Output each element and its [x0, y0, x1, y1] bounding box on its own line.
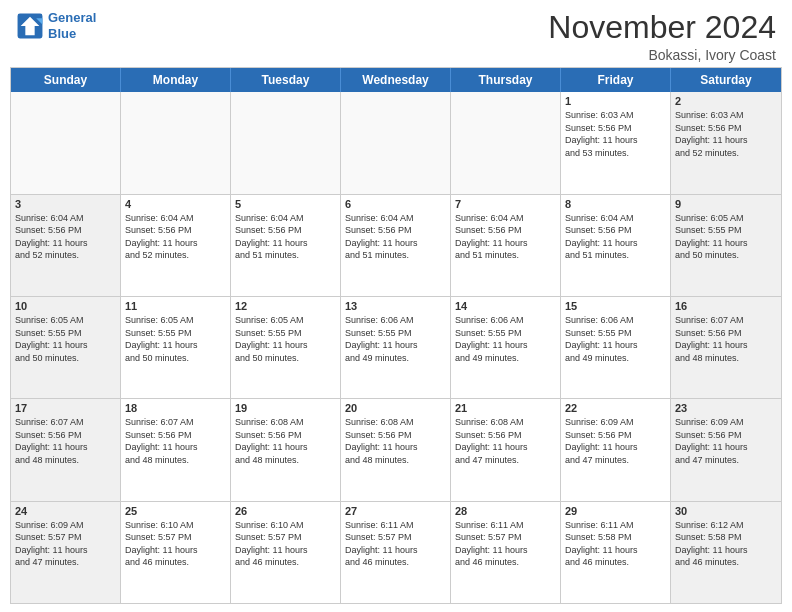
day-number: 26 — [235, 505, 336, 517]
calendar: SundayMondayTuesdayWednesdayThursdayFrid… — [10, 67, 782, 604]
day-number: 22 — [565, 402, 666, 414]
calendar-cell-day: 10Sunrise: 6:05 AM Sunset: 5:55 PM Dayli… — [11, 297, 121, 398]
calendar-cell-day: 21Sunrise: 6:08 AM Sunset: 5:56 PM Dayli… — [451, 399, 561, 500]
day-number: 13 — [345, 300, 446, 312]
calendar-cell-day: 20Sunrise: 6:08 AM Sunset: 5:56 PM Dayli… — [341, 399, 451, 500]
day-info: Sunrise: 6:05 AM Sunset: 5:55 PM Dayligh… — [675, 212, 777, 262]
day-number: 1 — [565, 95, 666, 107]
calendar-cell-day: 24Sunrise: 6:09 AM Sunset: 5:57 PM Dayli… — [11, 502, 121, 603]
day-info: Sunrise: 6:05 AM Sunset: 5:55 PM Dayligh… — [125, 314, 226, 364]
calendar-header-day: Sunday — [11, 68, 121, 92]
calendar-cell-day: 19Sunrise: 6:08 AM Sunset: 5:56 PM Dayli… — [231, 399, 341, 500]
day-number: 6 — [345, 198, 446, 210]
calendar-cell-day: 8Sunrise: 6:04 AM Sunset: 5:56 PM Daylig… — [561, 195, 671, 296]
day-number: 18 — [125, 402, 226, 414]
calendar-cell-day: 26Sunrise: 6:10 AM Sunset: 5:57 PM Dayli… — [231, 502, 341, 603]
day-info: Sunrise: 6:08 AM Sunset: 5:56 PM Dayligh… — [345, 416, 446, 466]
day-number: 24 — [15, 505, 116, 517]
day-info: Sunrise: 6:06 AM Sunset: 5:55 PM Dayligh… — [345, 314, 446, 364]
calendar-week-row: 24Sunrise: 6:09 AM Sunset: 5:57 PM Dayli… — [11, 501, 781, 603]
calendar-cell-day: 5Sunrise: 6:04 AM Sunset: 5:56 PM Daylig… — [231, 195, 341, 296]
day-number: 16 — [675, 300, 777, 312]
day-info: Sunrise: 6:04 AM Sunset: 5:56 PM Dayligh… — [235, 212, 336, 262]
calendar-week-row: 3Sunrise: 6:04 AM Sunset: 5:56 PM Daylig… — [11, 194, 781, 296]
calendar-cell-day: 29Sunrise: 6:11 AM Sunset: 5:58 PM Dayli… — [561, 502, 671, 603]
calendar-cell-day: 6Sunrise: 6:04 AM Sunset: 5:56 PM Daylig… — [341, 195, 451, 296]
calendar-cell-day: 25Sunrise: 6:10 AM Sunset: 5:57 PM Dayli… — [121, 502, 231, 603]
day-info: Sunrise: 6:11 AM Sunset: 5:57 PM Dayligh… — [345, 519, 446, 569]
calendar-cell-day: 12Sunrise: 6:05 AM Sunset: 5:55 PM Dayli… — [231, 297, 341, 398]
calendar-cell-day: 18Sunrise: 6:07 AM Sunset: 5:56 PM Dayli… — [121, 399, 231, 500]
calendar-cell-day: 16Sunrise: 6:07 AM Sunset: 5:56 PM Dayli… — [671, 297, 781, 398]
day-number: 8 — [565, 198, 666, 210]
calendar-cell-day: 11Sunrise: 6:05 AM Sunset: 5:55 PM Dayli… — [121, 297, 231, 398]
day-info: Sunrise: 6:03 AM Sunset: 5:56 PM Dayligh… — [675, 109, 777, 159]
calendar-body: 1Sunrise: 6:03 AM Sunset: 5:56 PM Daylig… — [11, 92, 781, 603]
day-info: Sunrise: 6:04 AM Sunset: 5:56 PM Dayligh… — [345, 212, 446, 262]
calendar-cell-day: 4Sunrise: 6:04 AM Sunset: 5:56 PM Daylig… — [121, 195, 231, 296]
day-info: Sunrise: 6:04 AM Sunset: 5:56 PM Dayligh… — [455, 212, 556, 262]
day-info: Sunrise: 6:10 AM Sunset: 5:57 PM Dayligh… — [125, 519, 226, 569]
day-number: 15 — [565, 300, 666, 312]
day-info: Sunrise: 6:05 AM Sunset: 5:55 PM Dayligh… — [235, 314, 336, 364]
day-number: 20 — [345, 402, 446, 414]
calendar-week-row: 1Sunrise: 6:03 AM Sunset: 5:56 PM Daylig… — [11, 92, 781, 193]
day-number: 3 — [15, 198, 116, 210]
day-number: 23 — [675, 402, 777, 414]
day-number: 27 — [345, 505, 446, 517]
day-info: Sunrise: 6:09 AM Sunset: 5:57 PM Dayligh… — [15, 519, 116, 569]
calendar-cell-empty — [11, 92, 121, 193]
day-number: 17 — [15, 402, 116, 414]
day-info: Sunrise: 6:03 AM Sunset: 5:56 PM Dayligh… — [565, 109, 666, 159]
day-info: Sunrise: 6:06 AM Sunset: 5:55 PM Dayligh… — [455, 314, 556, 364]
calendar-cell-day: 7Sunrise: 6:04 AM Sunset: 5:56 PM Daylig… — [451, 195, 561, 296]
day-number: 28 — [455, 505, 556, 517]
calendar-cell-day: 2Sunrise: 6:03 AM Sunset: 5:56 PM Daylig… — [671, 92, 781, 193]
logo-icon — [16, 12, 44, 40]
day-number: 19 — [235, 402, 336, 414]
day-info: Sunrise: 6:05 AM Sunset: 5:55 PM Dayligh… — [15, 314, 116, 364]
day-number: 25 — [125, 505, 226, 517]
calendar-header-day: Thursday — [451, 68, 561, 92]
calendar-header-day: Tuesday — [231, 68, 341, 92]
calendar-cell-day: 3Sunrise: 6:04 AM Sunset: 5:56 PM Daylig… — [11, 195, 121, 296]
calendar-cell-day: 23Sunrise: 6:09 AM Sunset: 5:56 PM Dayli… — [671, 399, 781, 500]
day-info: Sunrise: 6:04 AM Sunset: 5:56 PM Dayligh… — [15, 212, 116, 262]
calendar-cell-empty — [231, 92, 341, 193]
day-number: 10 — [15, 300, 116, 312]
day-number: 4 — [125, 198, 226, 210]
calendar-cell-empty — [341, 92, 451, 193]
calendar-week-row: 17Sunrise: 6:07 AM Sunset: 5:56 PM Dayli… — [11, 398, 781, 500]
day-number: 7 — [455, 198, 556, 210]
calendar-cell-day: 1Sunrise: 6:03 AM Sunset: 5:56 PM Daylig… — [561, 92, 671, 193]
day-info: Sunrise: 6:10 AM Sunset: 5:57 PM Dayligh… — [235, 519, 336, 569]
calendar-header-day: Wednesday — [341, 68, 451, 92]
day-info: Sunrise: 6:12 AM Sunset: 5:58 PM Dayligh… — [675, 519, 777, 569]
calendar-header-day: Monday — [121, 68, 231, 92]
calendar-cell-day: 17Sunrise: 6:07 AM Sunset: 5:56 PM Dayli… — [11, 399, 121, 500]
day-info: Sunrise: 6:11 AM Sunset: 5:57 PM Dayligh… — [455, 519, 556, 569]
day-info: Sunrise: 6:07 AM Sunset: 5:56 PM Dayligh… — [15, 416, 116, 466]
calendar-cell-day: 14Sunrise: 6:06 AM Sunset: 5:55 PM Dayli… — [451, 297, 561, 398]
day-info: Sunrise: 6:09 AM Sunset: 5:56 PM Dayligh… — [565, 416, 666, 466]
calendar-cell-day: 30Sunrise: 6:12 AM Sunset: 5:58 PM Dayli… — [671, 502, 781, 603]
day-info: Sunrise: 6:08 AM Sunset: 5:56 PM Dayligh… — [455, 416, 556, 466]
calendar-cell-day: 15Sunrise: 6:06 AM Sunset: 5:55 PM Dayli… — [561, 297, 671, 398]
day-info: Sunrise: 6:04 AM Sunset: 5:56 PM Dayligh… — [565, 212, 666, 262]
calendar-week-row: 10Sunrise: 6:05 AM Sunset: 5:55 PM Dayli… — [11, 296, 781, 398]
day-number: 29 — [565, 505, 666, 517]
calendar-cell-empty — [451, 92, 561, 193]
day-number: 5 — [235, 198, 336, 210]
day-info: Sunrise: 6:07 AM Sunset: 5:56 PM Dayligh… — [675, 314, 777, 364]
day-info: Sunrise: 6:04 AM Sunset: 5:56 PM Dayligh… — [125, 212, 226, 262]
location-title: Bokassi, Ivory Coast — [548, 47, 776, 63]
month-title: November 2024 — [548, 10, 776, 45]
day-number: 21 — [455, 402, 556, 414]
calendar-cell-empty — [121, 92, 231, 193]
day-number: 30 — [675, 505, 777, 517]
day-info: Sunrise: 6:11 AM Sunset: 5:58 PM Dayligh… — [565, 519, 666, 569]
day-number: 11 — [125, 300, 226, 312]
calendar-cell-day: 28Sunrise: 6:11 AM Sunset: 5:57 PM Dayli… — [451, 502, 561, 603]
calendar-header-day: Saturday — [671, 68, 781, 92]
calendar-cell-day: 9Sunrise: 6:05 AM Sunset: 5:55 PM Daylig… — [671, 195, 781, 296]
